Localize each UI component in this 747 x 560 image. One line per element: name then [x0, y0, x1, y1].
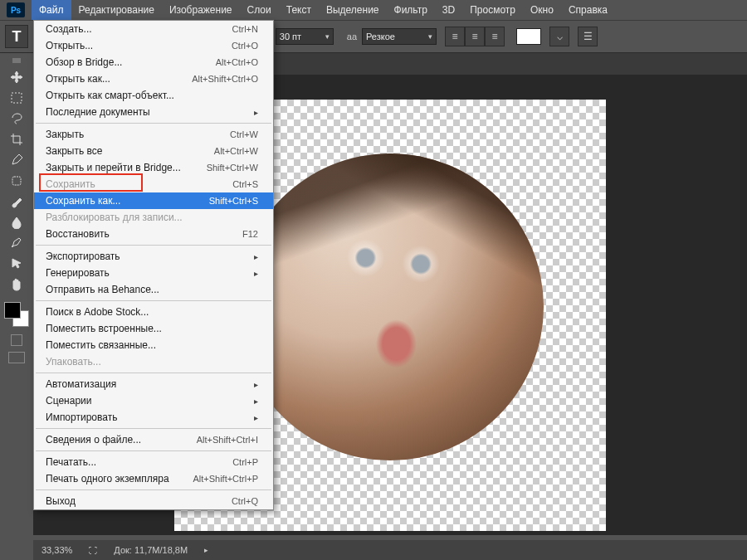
marquee-tool[interactable] — [5, 88, 28, 108]
menu-item-label: Печатать... — [46, 456, 216, 468]
file-menu-item[interactable]: Сохранить как...Shift+Ctrl+S — [34, 192, 273, 209]
file-menu-item[interactable]: Обзор в Bridge...Alt+Ctrl+O — [34, 54, 273, 71]
file-menu-dropdown: Создать...Ctrl+NОткрыть...Ctrl+OОбзор в … — [33, 20, 274, 510]
file-menu-item[interactable]: Закрыть и перейти в Bridge...Shift+Ctrl+… — [34, 159, 273, 176]
file-menu-item[interactable]: Печать одного экземпляраAlt+Shift+Ctrl+P — [34, 470, 273, 487]
screenmode-icon[interactable] — [8, 352, 25, 363]
move-tool[interactable] — [5, 67, 28, 87]
expand-icon[interactable]: ⛶ — [89, 546, 97, 555]
warp-text-button[interactable]: ⌵ — [549, 27, 569, 46]
menu-item-shortcut: Alt+Shift+Ctrl+O — [192, 74, 258, 84]
menu-select[interactable]: Выделение — [319, 0, 387, 20]
menu-3d[interactable]: 3D — [435, 0, 462, 20]
blur-tool[interactable] — [5, 212, 28, 232]
menu-item-shortcut: Ctrl+N — [232, 24, 258, 34]
menu-item-label: Создать... — [46, 23, 216, 35]
cursor-tool[interactable] — [5, 254, 28, 274]
file-menu-item[interactable]: Сценарии — [34, 392, 273, 409]
hand-tool[interactable] — [5, 275, 28, 295]
antialias-select[interactable]: Резкое — [362, 28, 437, 45]
status-bar: 33,33% ⛶ Док: 11,7M/18,8M ▸ — [33, 540, 747, 560]
menu-item-shortcut: F12 — [242, 229, 258, 239]
menu-help[interactable]: Справка — [561, 0, 615, 20]
menu-window[interactable]: Окно — [523, 0, 561, 20]
menu-item-label: Сведения о файле... — [46, 434, 180, 446]
file-menu-item[interactable]: Поместить связанные... — [34, 337, 273, 353]
menu-filter[interactable]: Фильтр — [387, 0, 435, 20]
file-menu-item[interactable]: Импортировать — [34, 409, 273, 426]
menu-item-shortcut: Ctrl+W — [230, 129, 258, 139]
file-menu-item[interactable]: Автоматизация — [34, 376, 273, 392]
file-menu-item[interactable]: ЗакрытьCtrl+W — [34, 126, 273, 143]
svg-rect-0 — [12, 93, 22, 103]
menu-item-shortcut: Ctrl+O — [232, 41, 258, 51]
menu-view[interactable]: Просмотр — [462, 0, 523, 20]
eyedropper-tool[interactable] — [5, 150, 28, 170]
brush-tool[interactable] — [5, 192, 28, 212]
file-menu-item[interactable]: Последние документы — [34, 104, 273, 120]
pen-tool[interactable] — [5, 233, 28, 253]
menu-item-shortcut: Shift+Ctrl+W — [207, 163, 258, 173]
menu-image[interactable]: Изображение — [162, 0, 240, 20]
menu-item-label: Открыть как смарт-объект... — [46, 90, 258, 101]
file-menu-item[interactable]: Поиск в Adobe Stock... — [34, 304, 273, 320]
tool-preset-text-icon[interactable]: T — [5, 25, 28, 48]
quickmask-icon[interactable] — [11, 334, 22, 346]
menu-item-label: Сценарии — [46, 395, 247, 407]
file-menu-item[interactable]: Экспортировать — [34, 248, 273, 265]
foreground-color-swatch[interactable] — [4, 302, 21, 319]
font-size-select[interactable]: 30 пт — [276, 28, 334, 45]
menu-item-label: Экспортировать — [46, 251, 247, 262]
file-menu-item[interactable]: Генерировать — [34, 265, 273, 281]
menu-item-shortcut: Alt+Shift+Ctrl+P — [193, 474, 258, 484]
file-menu-item[interactable]: Открыть как...Alt+Shift+Ctrl+O — [34, 71, 273, 87]
menu-text[interactable]: Текст — [279, 0, 319, 20]
menu-item-label: Последние документы — [46, 106, 247, 118]
file-menu-item[interactable]: Сведения о файле...Alt+Shift+Ctrl+I — [34, 431, 273, 448]
menubar: Ps Файл Редактирование Изображение Слои … — [0, 0, 747, 20]
zoom-level[interactable]: 33,33% — [42, 545, 72, 555]
menu-item-label: Восстановить — [46, 228, 226, 240]
menu-item-shortcut: Alt+Shift+Ctrl+I — [197, 435, 258, 445]
file-menu-item[interactable]: Закрыть всеAlt+Ctrl+W — [34, 143, 273, 159]
heal-tool[interactable] — [5, 171, 28, 191]
file-menu-item[interactable]: Открыть как смарт-объект... — [34, 87, 273, 104]
menu-item-label: Выход — [46, 495, 215, 507]
file-menu-item[interactable]: Печатать...Ctrl+P — [34, 454, 273, 470]
ps-logo-icon: Ps — [7, 2, 25, 17]
file-menu-item: СохранитьCtrl+S — [34, 176, 273, 192]
menu-item-label: Сохранить как... — [46, 195, 193, 207]
menu-item-label: Закрыть — [46, 129, 213, 140]
svg-rect-1 — [12, 177, 21, 185]
file-menu-item[interactable]: ВыходCtrl+Q — [34, 493, 273, 509]
menu-file[interactable]: Файл — [32, 0, 71, 20]
file-menu-item[interactable]: Создать...Ctrl+N — [34, 21, 273, 37]
menu-separator — [36, 300, 271, 301]
tools-grip-icon[interactable] — [12, 58, 21, 63]
menu-item-label: Поместить связанные... — [46, 339, 258, 351]
menu-item-label: Закрыть и перейти в Bridge... — [46, 162, 190, 173]
file-menu-item[interactable]: Отправить на Behance... — [34, 281, 273, 298]
doc-info-arrow-icon[interactable]: ▸ — [204, 546, 208, 554]
lasso-tool[interactable] — [5, 109, 28, 129]
file-menu-item: Упаковать... — [34, 353, 273, 370]
menu-item-shortcut: Ctrl+Q — [232, 496, 258, 506]
character-panel-button[interactable]: ☰ — [578, 27, 598, 46]
doc-size: Док: 11,7M/18,8M — [114, 545, 188, 555]
file-menu-item[interactable]: Открыть...Ctrl+O — [34, 37, 273, 54]
align-left-button[interactable]: ≡ — [445, 27, 465, 46]
crop-tool[interactable] — [5, 129, 28, 149]
color-picker[interactable] — [4, 302, 29, 327]
file-menu-item[interactable]: ВосстановитьF12 — [34, 226, 273, 242]
menu-item-label: Упаковать... — [46, 356, 258, 368]
text-color-swatch[interactable] — [516, 28, 541, 45]
menu-item-shortcut: Alt+Ctrl+W — [214, 146, 258, 156]
menu-item-label: Отправить на Behance... — [46, 284, 258, 295]
file-menu-item[interactable]: Поместить встроенные... — [34, 320, 273, 337]
menu-layers[interactable]: Слои — [240, 0, 279, 20]
menu-item-shortcut: Ctrl+S — [232, 179, 258, 189]
align-right-button[interactable]: ≡ — [485, 27, 505, 46]
file-menu-item: Разблокировать для записи... — [34, 209, 273, 226]
align-center-button[interactable]: ≡ — [465, 27, 485, 46]
menu-edit[interactable]: Редактирование — [71, 0, 162, 20]
